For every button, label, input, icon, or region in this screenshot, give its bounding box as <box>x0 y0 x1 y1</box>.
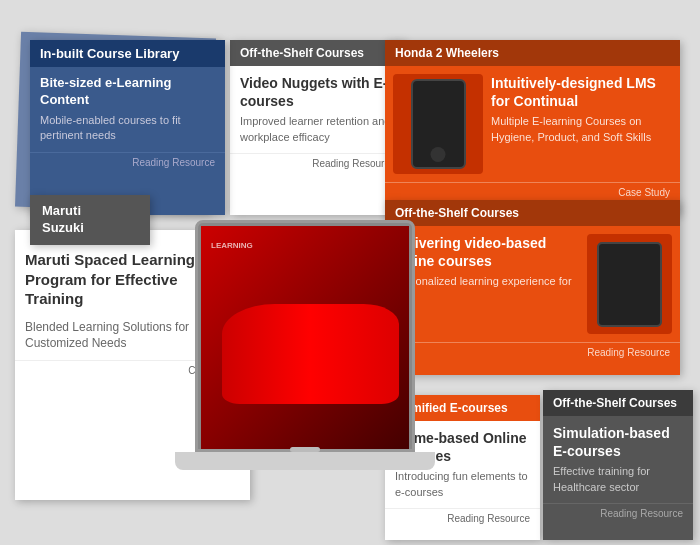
card-inbuilt-header: In-built Course Library <box>30 40 225 67</box>
card-video-subtitle: Improved learner retention and workplace… <box>240 114 395 145</box>
laptop-image <box>175 220 435 470</box>
card-video-title: Video Nuggets with E-courses <box>240 74 395 110</box>
laptop-screen-inner <box>201 226 409 449</box>
card-honda-title: Intuitively-designed LMS for Continual <box>491 74 672 110</box>
card-honda-header: Honda 2 Wheelers <box>385 40 680 66</box>
card-inbuilt-footer: Reading Resource <box>30 152 225 172</box>
card-simulation-header: Off-the-Shelf Courses <box>543 390 693 416</box>
card-simulation-subtitle: Effective training for Healthcare sector <box>553 464 683 495</box>
card-honda-footer: Case Study <box>385 182 680 202</box>
card-gamified-footer: Reading Resource <box>385 508 540 528</box>
laptop-screen-outer <box>195 220 415 452</box>
card-honda-subtitle: Multiple E-learning Courses on Hygiene, … <box>491 114 672 145</box>
card-delivering-image <box>587 234 672 334</box>
phone-icon <box>411 79 466 169</box>
card-video-footer: Reading Resource <box>230 153 405 173</box>
card-video-nuggets: Off-the-Shelf Courses Video Nuggets with… <box>230 40 405 215</box>
card-maruti-label: MarutiSuzuki <box>30 195 150 245</box>
card-honda-image <box>393 74 483 174</box>
card-video-header: Off-the-Shelf Courses <box>230 40 405 66</box>
card-gamified-subtitle: Introducing fun elements to e-courses <box>395 469 530 500</box>
card-inbuilt-subtitle: Mobile-enabled courses to fit pertinent … <box>40 113 215 144</box>
card-simulation: Off-the-Shelf Courses Simulation-based E… <box>543 390 693 540</box>
card-inbuilt-title: Bite-sized e-Learning Content <box>40 75 215 109</box>
laptop-body <box>175 452 435 470</box>
card-honda: Honda 2 Wheelers Intuitively-designed LM… <box>385 40 680 215</box>
laptop-car-graphic <box>201 226 409 449</box>
card-simulation-footer: Reading Resource <box>543 503 693 523</box>
tablet-icon <box>597 242 662 327</box>
card-simulation-title: Simulation-based E-courses <box>553 424 683 460</box>
maruti-label-text: MarutiSuzuki <box>42 203 84 237</box>
card-inbuilt: In-built Course Library Bite-sized e-Lea… <box>30 40 225 215</box>
